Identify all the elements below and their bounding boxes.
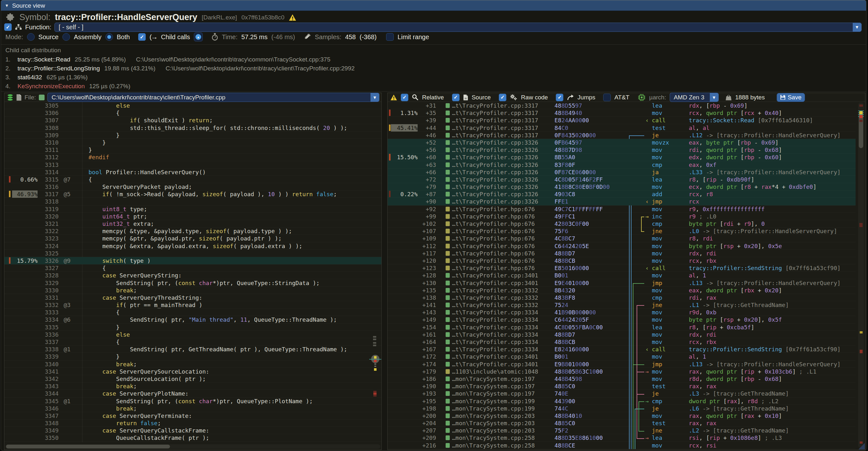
att-checkbox[interactable] — [603, 94, 611, 101]
asm-row[interactable]: +138…t\TracyProfiler.cpp:3332483BF8cmprd… — [388, 294, 856, 301]
asm-row[interactable]: +52…t\TracyProfiler.cpp:33260FB64597movz… — [388, 139, 856, 146]
source-line-row[interactable]: 3332@3if( ptr == m_mainThread ) — [4, 301, 381, 309]
resize-grip[interactable] — [859, 443, 865, 449]
asm-row[interactable]: +195…mon\TracySystem.cpp:199443900→cmpdw… — [388, 397, 856, 405]
asm-row[interactable]: +92…t\TracyProfiler.hpp:67649C7C1FFFFFFF… — [388, 205, 856, 213]
asm-row[interactable]: +46…t\TracyProfiler.cpp:33170F8435020000… — [388, 131, 856, 139]
source-line-row[interactable]: 3310} — [4, 139, 381, 146]
source-line-row[interactable]: 3337{ — [4, 338, 381, 345]
source-line-row[interactable]: 3350QueueCallstackFrame( ptr ); — [4, 434, 381, 442]
raw-code-checkbox[interactable] — [499, 94, 506, 101]
source-line-row[interactable]: 15.79%3326@9switch( type ) — [4, 257, 381, 264]
asm-row[interactable]: +102…t\TracyProfiler.hpp:67642803C0F00cm… — [388, 220, 856, 228]
source-line-row[interactable]: 3343break; — [4, 383, 381, 390]
asm-row[interactable]: +172…t\TracyProfiler.cpp:3401B001moval, … — [388, 353, 856, 360]
source-line-row[interactable]: 3329SendString( ptr, (const char*)ptr, Q… — [4, 279, 381, 287]
asm-row[interactable]: +63…t\TracyProfiler.cpp:332683F80Fcmpeax… — [388, 161, 856, 169]
asm-row[interactable]: +120…t\TracyProfiler.hpp:676488BCBmovrcx… — [388, 257, 856, 264]
asm-row[interactable]: +204…mon\TracySystem.cpp:2034885C0testra… — [388, 419, 856, 427]
source-line-row[interactable]: 3314bool Profiler::HandleServerQuery() — [4, 169, 381, 176]
asm-row[interactable]: +198…mon\TracySystem.cpp:199744Cje.L6 ->… — [388, 405, 856, 412]
asm-row[interactable]: +190…mon\TracySystem.cpp:1974885C0testra… — [388, 383, 856, 390]
asm-row[interactable]: +193…mon\TracySystem.cpp:197740Eje.L3 ->… — [388, 390, 856, 397]
source-scrollbar-horizontal[interactable] — [5, 444, 380, 449]
source-line-row[interactable]: 3340break; — [4, 361, 381, 368]
source-line-row[interactable]: 3319uint8_t type; — [4, 205, 381, 213]
source-line-row[interactable]: 3312#endif — [4, 153, 381, 161]
source-line-row[interactable]: 3309} — [4, 131, 381, 139]
function-combo[interactable]: [ - self - ] ▼ — [55, 23, 862, 32]
save-button[interactable]: Save — [777, 93, 805, 102]
source-line-row[interactable]: 3323memcpy( &ptr, &payload.ptr, sizeof( … — [4, 235, 381, 242]
asm-row[interactable]: +117…t\TracyProfiler.hpp:676488BD7movrdx… — [388, 250, 856, 257]
asm-row[interactable]: +112…t\TracyProfiler.hpp:676C64424205Emo… — [388, 242, 856, 250]
asm-row[interactable]: +109…t\TracyProfiler.hpp:6764C8BC7movr8,… — [388, 235, 856, 242]
asm-row[interactable]: +128…t\TracyProfiler.cpp:3401B001moval, … — [388, 272, 856, 279]
asm-row[interactable]: +56…t\TracyProfiler.cpp:3326488B7D98movr… — [388, 146, 856, 153]
source-line-row[interactable]: 3320uint64_t ptr; — [4, 213, 381, 220]
asm-row[interactable]: +123…t\TracyProfiler.hpp:676E850160000‹c… — [388, 264, 856, 272]
source-line-row[interactable]: 3328case ServerQueryString: — [4, 272, 381, 279]
asm-row[interactable]: +130…t\TracyProfiler.cpp:3401E9E4010000j… — [388, 279, 856, 287]
source-line-row[interactable]: 3305else — [4, 102, 381, 109]
file-combo[interactable]: C:\Users\wolf\Desktop\darkrl\contrib\tra… — [48, 93, 379, 102]
asm-row[interactable]: +107…t\TracyProfiler.hpp:67675F6jne.L0 -… — [388, 228, 856, 235]
asm-row[interactable]: +179…1103\include\atomic:1048488B05B63C1… — [388, 368, 856, 375]
source-line-row[interactable]: 0.66%3315@7{ — [4, 176, 381, 183]
source-line-row[interactable]: 3333{ — [4, 309, 381, 316]
expand-up-button[interactable]: ▲ — [194, 32, 203, 41]
function-checkbox[interactable] — [4, 23, 12, 31]
child-call-entry[interactable]: 2.tracy::Profiler::SendLongString19.88 m… — [5, 64, 578, 73]
child-call-entry[interactable]: 1.tracy::Socket::Read25.25 ms (54.89%)C:… — [5, 55, 578, 64]
asm-row[interactable]: 45.41%+44…t\TracyProfiler.cpp:331784C0te… — [388, 124, 856, 131]
asm-row[interactable]: +167…t\TracyProfiler.cpp:3334E824160000‹… — [388, 345, 856, 353]
source-line-row[interactable]: 3324memcpy( &extra, &payload.extra, size… — [4, 242, 381, 250]
asm-row[interactable]: 15.50%+60…t\TracyProfiler.cpp:33268B55A0… — [388, 153, 856, 161]
source-checkbox[interactable] — [452, 94, 460, 101]
asm-row[interactable]: +174…t\TracyProfiler.cpp:3401E9B8010000j… — [388, 361, 856, 368]
asm-row[interactable]: 1.31%+35…t\TracyProfiler.cpp:3317488B494… — [388, 109, 856, 117]
asm-row[interactable]: 0.22%+87…t\TracyProfiler.cpp:33264903C8a… — [388, 190, 856, 198]
source-line-row[interactable]: 46.93%3317@5if( !m_sock->Read( &payload,… — [4, 190, 381, 198]
asm-row[interactable]: +209…mon\TracySystem.cpp:258488D35E88610… — [388, 434, 856, 442]
source-line-row[interactable]: 3334@6SendString( ptr, "Main thread", 11… — [4, 316, 381, 323]
jumps-checkbox[interactable] — [556, 94, 563, 101]
source-line-row[interactable]: 3306{ — [4, 109, 381, 117]
source-line-row[interactable]: 3336else — [4, 331, 381, 338]
source-line-row[interactable]: 3316ServerQueryPacket payload; — [4, 183, 381, 190]
asm-row[interactable]: +207…mon\TracySystem.cpp:20375F2jne.L2 -… — [388, 427, 856, 434]
source-line-row[interactable]: 3345@1SendString( ptr, (const char*)ptr,… — [4, 397, 381, 405]
asm-row[interactable]: +216…mon\TracySystem.cpp:258488BCEmovrcx… — [388, 442, 856, 449]
window-titlebar[interactable]: ▼ Source view — [1, 0, 866, 11]
relative-checkbox[interactable] — [401, 94, 408, 101]
asm-row[interactable]: +161…t\TracyProfiler.cpp:3334488BD7movrd… — [388, 331, 856, 338]
asm-row[interactable]: +66…t\TracyProfiler.cpp:33260F87CE060000… — [388, 169, 856, 176]
source-line-row[interactable]: 3347case ServerQueryTerminate: — [4, 412, 381, 419]
asm-row[interactable]: +200…mon\TracySystem.cpp:203488B4010movr… — [388, 412, 856, 419]
child-calls-checkbox[interactable] — [138, 33, 146, 41]
source-line-row[interactable]: 3321uint32_t extra; — [4, 220, 381, 228]
source-line-row[interactable]: 3346break; — [4, 405, 381, 412]
source-line-row[interactable]: 3344case ServerQueryPlotName: — [4, 390, 381, 397]
source-line-row[interactable]: 3325 — [4, 250, 381, 257]
source-line-row[interactable]: 3338@1SendString( ptr, GetThreadName( pt… — [4, 345, 381, 353]
source-line-row[interactable]: 3339} — [4, 353, 381, 360]
source-line-row[interactable]: 3318 — [4, 198, 381, 205]
asm-row[interactable]: +186…mon\TracySystem.cpp:197448B4598movr… — [388, 375, 856, 383]
asm-row[interactable]: +154…t\TracyProfiler.cpp:33344C8D055FBA0… — [388, 324, 856, 331]
child-call-entry[interactable]: 3.stat64i32625 µs (1.36%) — [5, 73, 578, 82]
asm-row[interactable]: +72…t\TracyProfiler.cpp:33264C8D05F146F2… — [388, 176, 856, 183]
asm-row[interactable]: +39…t\TracyProfiler.cpp:3317E824AA0000‹c… — [388, 117, 856, 124]
march-combo[interactable]: AMD Zen 3 ▼ — [670, 93, 719, 102]
asm-row[interactable]: +149…t\TracyProfiler.cpp:3334C64424205Fm… — [388, 316, 856, 323]
asm-row[interactable]: +141…t\TracyProfiler.cpp:33327524jne.L1 … — [388, 301, 856, 309]
asm-row[interactable]: +31…t\TracyProfiler.cpp:3317488D5597lear… — [388, 102, 856, 109]
mode-radio-assembly[interactable] — [62, 33, 70, 41]
asm-row[interactable]: +164…t\TracyProfiler.cpp:3334488BCBmovrc… — [388, 338, 856, 345]
source-line-row[interactable]: 3313 — [4, 161, 381, 169]
march-combo-arrow-icon[interactable]: ▼ — [710, 93, 718, 101]
asm-row[interactable]: +99…t\TracyProfiler.hpp:67649FFC1→incr9 … — [388, 213, 856, 220]
source-line-row[interactable]: 3341case ServerQuerySourceLocation: — [4, 368, 381, 375]
asm-row[interactable]: +90…t\TracyProfiler.cpp:3326FFE1‹jmprcx — [388, 198, 856, 205]
mode-radio-source[interactable] — [27, 33, 35, 41]
